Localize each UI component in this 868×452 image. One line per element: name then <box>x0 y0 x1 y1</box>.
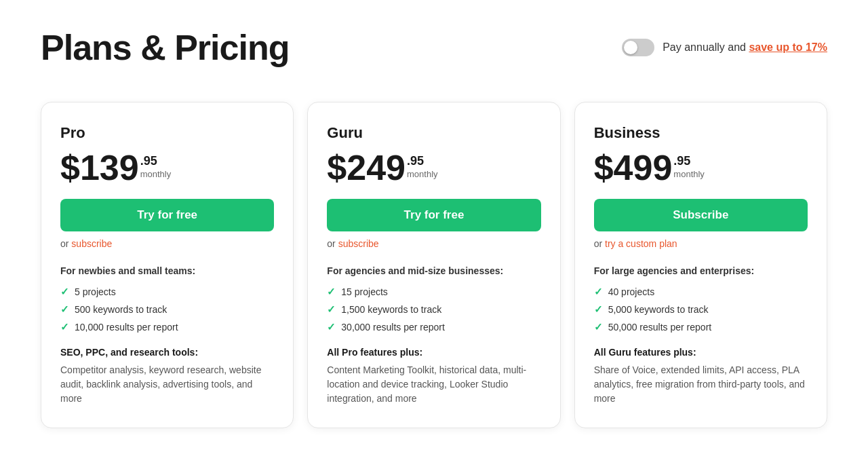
secondary-link-row: or try a custom plan <box>594 238 808 249</box>
feature-item: ✓ 10,000 results per report <box>60 321 274 333</box>
check-icon: ✓ <box>594 286 603 298</box>
price-period: monthly <box>673 169 705 179</box>
cta-button-business[interactable]: Subscribe <box>594 199 808 231</box>
toggle-knob <box>624 41 637 54</box>
plan-card-guru: Guru $249 .95 monthly Try for free or su… <box>307 102 560 428</box>
price-main: $499 <box>594 150 673 185</box>
check-icon: ✓ <box>594 303 603 316</box>
check-icon: ✓ <box>327 303 336 316</box>
price-row: $249 .95 monthly <box>327 150 540 185</box>
tools-description: Content Marketing Toolkit, historical da… <box>327 363 540 406</box>
secondary-link-business[interactable]: try a custom plan <box>605 238 677 249</box>
feature-item: ✓ 40 projects <box>594 286 808 298</box>
feature-item: ✓ 1,500 keywords to track <box>327 303 540 316</box>
billing-toggle-area: Pay annually and save up to 17% <box>622 39 827 56</box>
feature-item: ✓ 30,000 results per report <box>327 321 540 333</box>
check-icon: ✓ <box>327 321 336 333</box>
check-icon: ✓ <box>60 321 69 333</box>
plan-description: For large agencies and enterprises: <box>594 265 808 276</box>
cta-button-guru[interactable]: Try for free <box>327 199 540 231</box>
page-header: Plans & Pricing Pay annually and save up… <box>41 27 827 68</box>
plan-name: Guru <box>327 124 540 142</box>
feature-item: ✓ 5 projects <box>60 286 274 298</box>
check-icon: ✓ <box>60 303 69 316</box>
price-main: $139 <box>60 150 139 185</box>
price-row: $499 .95 monthly <box>594 150 808 185</box>
secondary-link-guru[interactable]: subscribe <box>338 238 379 249</box>
plan-card-pro: Pro $139 .95 monthly Try for free or sub… <box>41 102 294 428</box>
cta-button-pro[interactable]: Try for free <box>60 199 274 231</box>
secondary-link-pro[interactable]: subscribe <box>71 238 112 249</box>
plan-description: For newbies and small teams: <box>60 265 274 276</box>
price-cents: .95 <box>407 154 438 169</box>
tools-heading: All Pro features plus: <box>327 347 540 358</box>
annual-billing-toggle[interactable] <box>622 39 654 56</box>
feature-item: ✓ 15 projects <box>327 286 540 298</box>
price-period: monthly <box>140 169 172 179</box>
secondary-link-row: or subscribe <box>60 238 274 249</box>
price-row: $139 .95 monthly <box>60 150 274 185</box>
tools-description: Competitor analysis, keyword research, w… <box>60 363 274 406</box>
feature-list: ✓ 40 projects ✓ 5,000 keywords to track … <box>594 286 808 333</box>
price-main: $249 <box>327 150 406 185</box>
tools-heading: All Guru features plus: <box>594 347 808 358</box>
feature-item: ✓ 50,000 results per report <box>594 321 808 333</box>
plans-grid: Pro $139 .95 monthly Try for free or sub… <box>41 102 827 428</box>
plan-name: Business <box>594 124 808 142</box>
plan-card-business: Business $499 .95 monthly Subscribe or t… <box>574 102 827 428</box>
feature-list: ✓ 5 projects ✓ 500 keywords to track ✓ 1… <box>60 286 274 333</box>
secondary-link-row: or subscribe <box>327 238 540 249</box>
feature-item: ✓ 500 keywords to track <box>60 303 274 316</box>
tools-description: Share of Voice, extended limits, API acc… <box>594 363 808 406</box>
price-cents: .95 <box>673 154 705 169</box>
save-text: save up to 17% <box>749 41 827 53</box>
tools-heading: SEO, PPC, and research tools: <box>60 347 274 358</box>
plan-description: For agencies and mid-size businesses: <box>327 265 540 276</box>
price-period: monthly <box>407 169 438 179</box>
check-icon: ✓ <box>327 286 336 298</box>
page-title: Plans & Pricing <box>41 27 289 68</box>
plan-name: Pro <box>60 124 274 142</box>
check-icon: ✓ <box>60 286 69 298</box>
check-icon: ✓ <box>594 321 603 333</box>
price-cents: .95 <box>140 154 172 169</box>
feature-item: ✓ 5,000 keywords to track <box>594 303 808 316</box>
feature-list: ✓ 15 projects ✓ 1,500 keywords to track … <box>327 286 540 333</box>
billing-label: Pay annually and save up to 17% <box>663 41 827 54</box>
